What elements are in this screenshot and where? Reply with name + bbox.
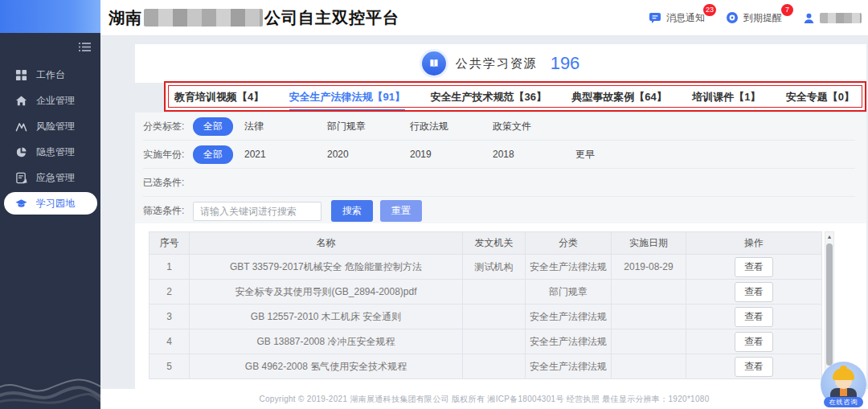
sidebar-item-label: 企业管理	[36, 94, 75, 108]
sidebar-item-emergency[interactable]: 应急管理	[0, 166, 100, 189]
notifications-button[interactable]: 消息通知 23	[649, 11, 705, 25]
keyword-search-input[interactable]	[193, 202, 321, 221]
title-suffix: 公司自主双控平台	[264, 7, 399, 29]
category-option[interactable]: 行政法规	[410, 120, 493, 133]
sidebar-item-label: 隐患管理	[36, 145, 75, 159]
sidebar-item-label: 应急管理	[36, 171, 75, 185]
cell-date	[612, 280, 686, 305]
mascot-helmet	[833, 368, 854, 380]
tabs-bar: 教育培训视频【4】 安全生产法律法规【91】 安全生产技术规范【36】 典型事故…	[166, 84, 866, 111]
scrollbar-thumb[interactable]	[826, 243, 833, 366]
view-button[interactable]: 查看	[735, 332, 773, 352]
copyright-text: Copyright © 2019-2021 湖南展通科技集团有限公司 版权所有 …	[259, 394, 709, 405]
message-icon	[649, 11, 661, 24]
topbar-actions: 消息通知 23 到期提醒 7	[649, 11, 868, 25]
cell-category: 部门规章	[526, 280, 612, 305]
tab-safety-topics[interactable]: 安全专题【0】	[786, 90, 854, 104]
cell-action: 查看	[686, 329, 822, 354]
tab-education-videos[interactable]: 教育培训视频【4】	[174, 90, 264, 104]
cell-date	[612, 354, 686, 379]
view-button[interactable]: 查看	[735, 357, 773, 377]
col-header-date: 实施日期	[612, 232, 686, 255]
redacted-username	[820, 13, 862, 23]
year-option-all[interactable]: 全部	[193, 145, 233, 164]
reminders-label: 到期提醒	[743, 11, 782, 25]
year-option[interactable]: 2018	[493, 149, 575, 160]
category-option[interactable]: 法律	[244, 120, 327, 133]
mascot-strap	[840, 388, 847, 396]
cell-agency	[463, 305, 526, 329]
cell-no: 3	[149, 305, 190, 329]
category-option[interactable]: 部门规章	[327, 120, 410, 133]
sidebar-item-workbench[interactable]: 工作台	[0, 63, 100, 86]
sidebar-item-label: 学习园地	[36, 197, 75, 211]
reminders-button[interactable]: 到期提醒 7	[726, 11, 782, 25]
scroll-up-arrow[interactable]: ▲	[825, 232, 833, 242]
sidebar-decoration	[0, 353, 100, 409]
cell-name: GB 13887-2008 冷冲压安全规程	[190, 329, 463, 354]
search-conditions-label: 筛选条件:	[143, 204, 193, 218]
cell-date: 2019-08-29	[612, 255, 686, 280]
year-option[interactable]: 更早	[575, 148, 658, 162]
cell-date	[612, 305, 686, 329]
sidebar-collapse-icon[interactable]	[79, 41, 91, 55]
cell-no: 1	[149, 255, 190, 280]
category-option-all[interactable]: 全部	[193, 117, 233, 136]
online-service-widget[interactable]: 在线咨询	[821, 362, 866, 407]
resource-header: 公共学习资源 196	[135, 44, 866, 83]
tab-accident-cases[interactable]: 典型事故案例【64】	[571, 90, 666, 104]
graduation-cap-icon	[15, 198, 27, 210]
sidebar-item-label: 风险管理	[36, 120, 75, 133]
col-header-no: 序号	[149, 232, 190, 255]
title-prefix: 湖南	[108, 7, 142, 29]
user-menu[interactable]	[803, 12, 862, 24]
cell-name: GB 12557-2010 木工机床 安全通则	[190, 305, 463, 329]
col-header-agency: 发文机关	[463, 232, 526, 255]
document-icon	[15, 172, 27, 184]
view-button[interactable]: 查看	[735, 307, 773, 327]
category-option[interactable]: 政策文件	[493, 120, 575, 133]
peaks-icon	[15, 121, 27, 133]
col-header-name: 名称	[190, 232, 463, 255]
table-row: 5 GB 4962-2008 氢气使用安全技术规程 安全生产法律法规 查看	[149, 354, 822, 379]
resource-title: 公共学习资源	[456, 56, 538, 72]
tab-laws-regulations[interactable]: 安全生产法律法规【91】	[289, 90, 405, 104]
sidebar-item-risk[interactable]: 风险管理	[0, 115, 100, 137]
year-option[interactable]: 2019	[410, 149, 493, 160]
tab-technical-standards[interactable]: 安全生产技术规范【36】	[430, 90, 546, 104]
book-icon	[422, 51, 446, 76]
top-bar: 湖南 公司自主双控平台 消息通知 23 到期提醒	[100, 0, 868, 36]
reminder-icon	[726, 11, 739, 24]
sidebar-item-learning[interactable]: 学习园地	[4, 192, 97, 215]
year-option[interactable]: 2020	[327, 149, 410, 160]
reset-button[interactable]: 重置	[380, 200, 422, 222]
sidebar: 工作台 企业管理 风险管理 隐患管理	[0, 33, 100, 409]
selected-conditions-label: 已选条件:	[143, 176, 193, 190]
cell-agency	[463, 280, 526, 305]
col-header-action: 操作	[686, 232, 822, 255]
view-button[interactable]: 查看	[735, 257, 773, 277]
home-icon	[15, 95, 27, 107]
results-table-panel: 序号 名称 发文机关 分类 实施日期 操作 1 GBT 33579-2017机械…	[135, 223, 866, 389]
app-window: 湖南 公司自主双控平台 消息通知 23 到期提醒	[0, 0, 868, 409]
table-scrollbar[interactable]: ▲	[825, 231, 834, 379]
cell-action: 查看	[686, 255, 822, 280]
sidebar-nav: 工作台 企业管理 风险管理 隐患管理	[0, 63, 100, 218]
cell-category: 安全生产法律法规	[526, 305, 612, 329]
tab-training-courseware[interactable]: 培训课件【1】	[692, 90, 760, 104]
search-button[interactable]: 搜索	[331, 200, 373, 222]
sidebar-item-enterprise[interactable]: 企业管理	[0, 89, 100, 112]
year-option[interactable]: 2021	[244, 149, 327, 160]
col-header-category: 分类	[526, 232, 612, 255]
cell-name: GB 4962-2008 氢气使用安全技术规程	[190, 354, 463, 379]
redacted-company-name	[144, 9, 263, 27]
sidebar-item-hazard[interactable]: 隐患管理	[0, 141, 100, 163]
results-table: 序号 名称 发文机关 分类 实施日期 操作 1 GBT 33579-2017机械…	[149, 231, 822, 379]
resource-count: 196	[551, 53, 580, 74]
cell-category: 安全生产法律法规	[526, 255, 612, 280]
cell-date	[612, 329, 686, 354]
view-button[interactable]: 查看	[735, 282, 773, 302]
table-row: 2 安全标专及其使用导则(GB_2894-2008)pdf 部门规章 查看	[149, 280, 822, 305]
cell-action: 查看	[686, 354, 822, 379]
table-row: 3 GB 12557-2010 木工机床 安全通则 安全生产法律法规 查看	[149, 305, 822, 329]
